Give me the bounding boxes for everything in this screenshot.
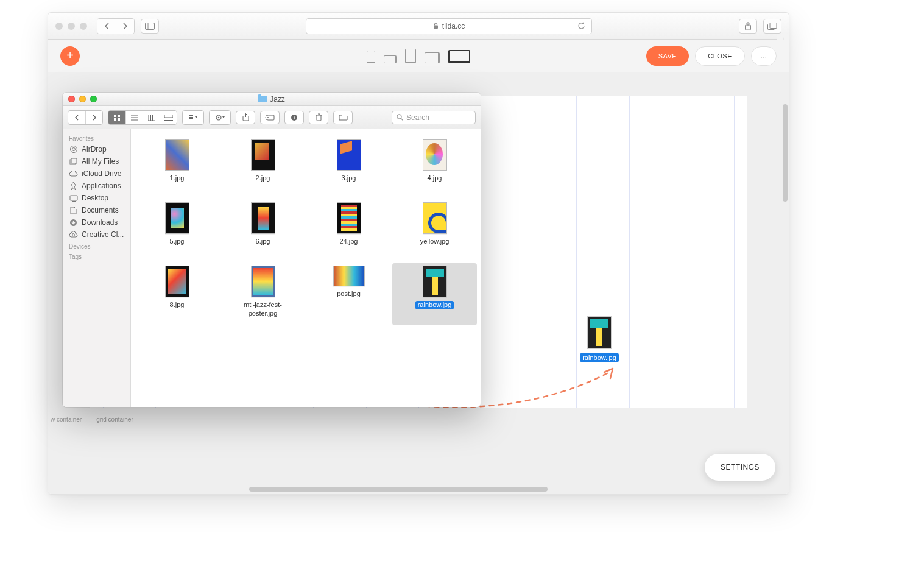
sidebar-item-label: iCloud Drive [82, 169, 121, 178]
finder-tags-button[interactable] [260, 111, 280, 124]
file-name: 4.jpg [428, 174, 442, 183]
cloud-icon [69, 169, 78, 178]
tabs-icon [767, 23, 777, 30]
file-thumb [333, 266, 365, 286]
finder-zoom-button[interactable] [90, 96, 97, 102]
column-view-button[interactable] [143, 111, 160, 124]
sidebar-item-desktop[interactable]: Desktop [63, 192, 130, 204]
svg-rect-2 [434, 26, 438, 29]
creative-cloud-icon [69, 230, 78, 239]
sidebar-item-downloads[interactable]: Downloads [63, 216, 130, 228]
file-item[interactable]: 1.jpg [135, 136, 219, 199]
finder-info-button[interactable]: i [284, 111, 304, 124]
svg-rect-8 [114, 118, 116, 121]
forward-button[interactable] [116, 19, 134, 34]
finder-window: Jazz i Search Favorites Ai [63, 93, 481, 407]
device-phone-button[interactable] [367, 51, 375, 63]
vertical-scrollbar[interactable] [783, 104, 788, 202]
settings-button[interactable]: SETTINGS [705, 454, 775, 481]
finder-file-grid[interactable]: 1.jpg2.jpg3.jpg4.jpg5.jpg6.jpg24.jpgyell… [131, 129, 481, 407]
device-tablet-button[interactable] [405, 49, 416, 63]
desktop-icon [69, 194, 78, 202]
url-host: tilda.cc [442, 22, 465, 30]
svg-rect-35 [70, 196, 77, 200]
file-item[interactable]: 8.jpg [135, 263, 219, 325]
file-thumb [423, 266, 447, 297]
share-button[interactable] [739, 19, 757, 34]
file-item[interactable]: 4.jpg [392, 136, 477, 199]
list-icon [131, 115, 138, 121]
sidebar-item-airdrop[interactable]: AirDrop [63, 143, 130, 155]
file-item[interactable]: rainbow.jpg [392, 263, 477, 325]
list-view-button[interactable] [125, 111, 143, 124]
back-button[interactable] [97, 19, 116, 34]
sidebar-item-applications[interactable]: Applications [63, 180, 130, 192]
file-name: 5.jpg [170, 238, 185, 246]
sidebar-item-label: Desktop [82, 194, 108, 202]
sidebar-item-label: Creative Cl... [82, 230, 124, 239]
finder-trash-button[interactable] [309, 111, 328, 124]
file-item[interactable]: 3.jpg [306, 136, 391, 199]
minimize-window-dot[interactable] [68, 23, 75, 30]
finder-titlebar[interactable]: Jazz [63, 93, 481, 106]
coverflow-view-button[interactable] [160, 111, 177, 124]
file-item[interactable]: 24.jpg [306, 200, 391, 262]
editor-toolbar: + SAVE CLOSE ... [48, 40, 789, 72]
finder-newfolder-button[interactable] [333, 111, 353, 124]
svg-rect-34 [71, 158, 77, 163]
save-button[interactable]: SAVE [646, 46, 689, 66]
device-phone-land-button[interactable] [384, 55, 397, 63]
folder-icon [339, 114, 348, 121]
window-controls [55, 23, 87, 30]
file-name: yellow.jpg [420, 238, 450, 246]
arrange-button[interactable] [183, 111, 203, 124]
finder-toolbar: i Search [63, 106, 481, 129]
finder-forward-button[interactable] [85, 111, 102, 124]
action-button[interactable] [210, 111, 230, 124]
file-name: 6.jpg [256, 238, 270, 246]
sidebar-item-allfiles[interactable]: All My Files [63, 155, 130, 168]
close-button[interactable]: CLOSE [695, 46, 745, 66]
finder-action-group [209, 110, 231, 125]
file-item[interactable]: yellow.jpg [392, 200, 477, 262]
gear-icon [215, 114, 225, 121]
zoom-window-dot[interactable] [80, 23, 87, 30]
finder-share-button[interactable] [236, 111, 255, 124]
svg-rect-0 [146, 23, 155, 29]
device-tablet-land-button[interactable] [425, 52, 440, 63]
svg-rect-19 [189, 115, 191, 116]
sidebar-item-documents[interactable]: Documents [63, 204, 130, 216]
add-block-button[interactable]: + [60, 46, 80, 66]
tabs-button[interactable] [763, 19, 781, 34]
reload-button[interactable] [577, 22, 585, 30]
grid-icon [113, 114, 121, 121]
address-bar[interactable]: tilda.cc [306, 18, 592, 34]
sidebar-item-label: Documents [82, 206, 119, 214]
file-item[interactable]: 5.jpg [135, 200, 219, 262]
finder-back-button[interactable] [68, 111, 85, 124]
close-window-dot[interactable] [55, 23, 63, 30]
dropped-file-preview[interactable]: rainbow.jpg [578, 316, 621, 362]
finder-close-button[interactable] [68, 96, 75, 102]
reload-icon [577, 22, 585, 30]
finder-search-input[interactable]: Search [392, 111, 476, 124]
more-button[interactable]: ... [751, 46, 777, 66]
file-thumb [165, 202, 189, 234]
sidebar-item-icloud[interactable]: iCloud Drive [63, 168, 130, 180]
file-item[interactable]: 6.jpg [220, 200, 305, 262]
file-item[interactable]: 2.jpg [220, 136, 305, 199]
sidebar-item-creativecloud[interactable]: Creative Cl... [63, 228, 130, 241]
guide-line [682, 96, 682, 408]
chevron-right-icon [122, 23, 128, 30]
sidebar-toggle-button[interactable] [141, 19, 159, 34]
device-desktop-button[interactable] [448, 50, 470, 63]
finder-minimize-button[interactable] [79, 96, 86, 102]
chevron-right-icon [92, 115, 97, 121]
file-item[interactable]: mtl-jazz-fest-poster.jpg [220, 263, 305, 325]
file-thumb [337, 139, 361, 171]
guide-line [629, 96, 630, 408]
icon-view-button[interactable] [108, 111, 125, 124]
file-item[interactable]: post.jpg [306, 263, 391, 325]
arrange-icon [189, 115, 197, 121]
horizontal-scrollbar[interactable] [249, 487, 548, 492]
